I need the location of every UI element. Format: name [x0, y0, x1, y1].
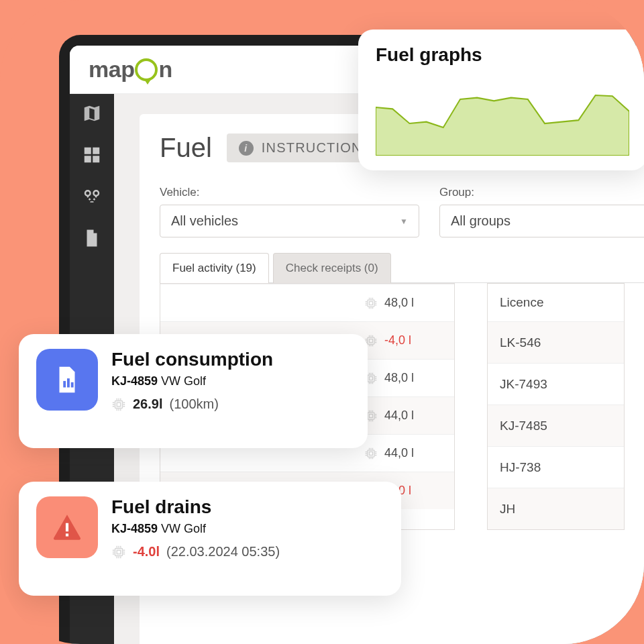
group-filter-label: Group: [439, 186, 644, 199]
table-row[interactable]: 48,0 l [160, 284, 454, 321]
licence-table: Licence LK-546JK-7493KJ-7485HJ-738JH [487, 283, 625, 530]
row-fuel: 48,0 l [364, 371, 445, 385]
logo-text-after: n [158, 56, 172, 83]
svg-point-4 [85, 191, 91, 196]
consumption-value: 26.9l [133, 396, 162, 412]
svg-rect-24 [117, 402, 121, 407]
fuel-graphs-card: Fuel graphs [358, 30, 644, 170]
licence-row[interactable]: KJ-7485 [488, 405, 624, 446]
info-icon: i [239, 141, 254, 156]
map-icon[interactable] [82, 103, 102, 123]
chip-icon [111, 545, 126, 559]
consumption-vehicle: KJ-4859 VW Golf [111, 374, 273, 388]
document-icon[interactable] [82, 228, 102, 248]
instructions-label: INSTRUCTIONS [262, 140, 372, 156]
drains-value: -4.0l [133, 544, 160, 559]
licence-row[interactable]: LK-546 [488, 321, 624, 363]
licence-row[interactable]: JK-7493 [488, 363, 624, 405]
svg-point-5 [94, 191, 99, 196]
svg-rect-16 [368, 450, 374, 457]
waypoints-icon[interactable] [82, 186, 102, 207]
svg-rect-26 [66, 533, 68, 536]
fuel-consumption-card: Fuel consumption KJ-4859 VW Golf 26.9l (… [19, 334, 368, 448]
vehicle-select[interactable]: All vehicles ▼ [160, 205, 419, 237]
svg-rect-9 [370, 301, 373, 305]
svg-rect-21 [67, 378, 70, 387]
mapon-logo: map n [89, 56, 172, 83]
logo-o-icon [135, 58, 158, 81]
row-fuel: 44,0 l [364, 446, 445, 460]
row-fuel: 44,0 l [364, 409, 445, 423]
chevron-down-icon: ▼ [400, 217, 408, 226]
licence-header: Licence [488, 284, 624, 321]
page-title: Fuel [160, 133, 212, 163]
drains-title: Fuel drains [111, 496, 280, 518]
fuel-graphs-title: Fuel graphs [376, 44, 629, 66]
svg-rect-13 [370, 376, 373, 380]
svg-rect-8 [368, 300, 374, 307]
svg-rect-11 [370, 339, 373, 342]
drains-when: (22.03.2024 05:35) [166, 544, 280, 559]
svg-rect-1 [93, 148, 99, 154]
svg-rect-14 [368, 413, 374, 419]
svg-rect-17 [370, 451, 373, 455]
row-fuel: 48,0 l [364, 296, 445, 310]
licence-row[interactable]: JH [488, 488, 624, 529]
svg-rect-25 [66, 523, 68, 532]
fuel-drains-card: Fuel drains KJ-4859 VW Golf -4.0l (22.03… [19, 482, 401, 596]
svg-rect-22 [71, 382, 74, 388]
report-icon [36, 349, 98, 411]
group-select[interactable]: All groups [439, 205, 644, 237]
group-select-value: All groups [451, 213, 511, 229]
vehicle-select-value: All vehicles [171, 213, 238, 229]
tab-fuel-activity[interactable]: Fuel activity (19) [160, 253, 269, 283]
dashboard-icon[interactable] [82, 145, 102, 165]
svg-rect-12 [368, 375, 374, 382]
fuel-graph-chart [376, 75, 629, 156]
vehicle-filter-label: Vehicle: [160, 186, 419, 199]
svg-rect-23 [115, 400, 123, 408]
svg-rect-27 [115, 548, 123, 555]
svg-rect-10 [368, 337, 374, 344]
consumption-per: (100km) [169, 396, 218, 412]
svg-rect-2 [85, 156, 91, 162]
tab-check-receipts[interactable]: Check receipts (0) [273, 253, 391, 283]
svg-rect-28 [117, 550, 121, 554]
alert-icon [36, 496, 98, 558]
svg-rect-0 [85, 148, 91, 154]
consumption-title: Fuel consumption [111, 349, 273, 370]
svg-rect-15 [370, 414, 373, 417]
row-fuel: -4,0 l [364, 333, 445, 347]
licence-row[interactable]: HJ-738 [488, 446, 624, 488]
svg-rect-3 [93, 156, 99, 162]
logo-text-before: map [89, 56, 134, 83]
chip-icon [111, 397, 126, 412]
svg-rect-20 [63, 381, 66, 388]
drains-vehicle: KJ-4859 VW Golf [111, 522, 280, 536]
